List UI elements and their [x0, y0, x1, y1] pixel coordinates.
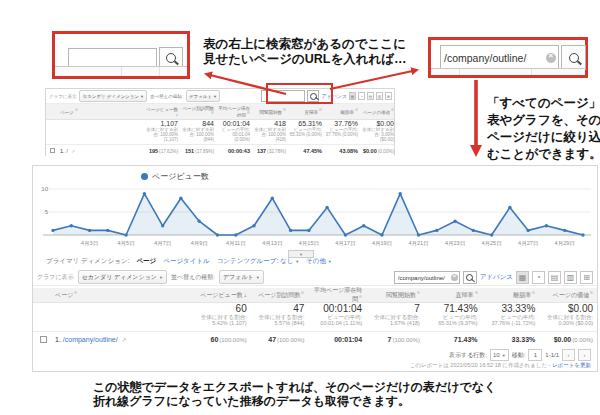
- all-pages-report-panel: グラフに表示 セカンダリ ディメンション 並べ替えの種類: デフォルト アドバン…: [45, 88, 395, 156]
- help-icon: [283, 108, 286, 111]
- column-header-exit-rate[interactable]: 離脱率: [324, 108, 360, 115]
- column-header-page[interactable]: ページ: [53, 291, 193, 300]
- total-avg-time: 00:01:04ビューの平均: 00:01:04 (1.11%): [308, 303, 366, 331]
- svg-text:4月21日: 4月21日: [408, 240, 428, 247]
- sort-type-button[interactable]: デフォルト: [186, 90, 220, 102]
- svg-text:4月13日: 4月13日: [262, 240, 282, 247]
- previous-page-button[interactable]: [562, 349, 575, 361]
- cell-avg-time: 00:00:43: [216, 148, 252, 154]
- main-table-header: ページ ページビュー数 ページ別訪問数 平均ページ滞在時間 閲覧開始数 直帰率 …: [33, 288, 597, 303]
- goto-page-input[interactable]: 1: [528, 349, 542, 361]
- column-header-entrances[interactable]: 閲覧開始数: [366, 291, 424, 300]
- rows-per-page-select[interactable]: 10: [490, 349, 509, 361]
- column-header-page[interactable]: ページ: [58, 108, 144, 115]
- performance-view-icon[interactable]: [367, 92, 374, 100]
- cell-entrances: 137(32.78%): [252, 148, 288, 154]
- main-table-search-button[interactable]: [463, 271, 477, 284]
- column-header-bounce-rate[interactable]: 直帰率: [288, 108, 324, 115]
- help-icon: [417, 291, 420, 294]
- percentage-view-icon[interactable]: [358, 92, 365, 100]
- tab-page[interactable]: ページ: [136, 257, 156, 266]
- legend-label: ページビュー数: [152, 171, 209, 182]
- tab-page-title[interactable]: ページタイトル: [163, 257, 209, 266]
- page-link[interactable]: /company/outline/: [63, 336, 118, 343]
- small-toolbar: グラフに表示 セカンダリ ディメンション 並べ替えの種類: デフォルト アドバン…: [46, 89, 394, 104]
- percentage-view-icon[interactable]: [532, 271, 545, 284]
- tab-other[interactable]: その他: [306, 257, 332, 266]
- main-table-totals-row: 60全体に対する割合: 5.42% (1,107) 47全体に対する割合: 5.…: [33, 303, 597, 331]
- column-header-entrances[interactable]: 閲覧開始数: [252, 108, 288, 115]
- refresh-report-link[interactable]: レポートを更新: [552, 362, 591, 368]
- sort-type-button[interactable]: デフォルト: [219, 270, 264, 284]
- column-header-unique-pageviews[interactable]: ページ別訪問数: [251, 291, 309, 300]
- chevron-down-icon: [328, 257, 332, 264]
- table-edge-decoration: [55, 66, 187, 76]
- chevron-down-icon: [256, 274, 260, 280]
- total-bounce-rate: 71.43%ビューの平均: 65.31% (9.37%): [424, 303, 482, 331]
- pageviews-chart[interactable]: 5104月3日4月5日4月7日4月9日4月11日4月13日4月15日4月17日4…: [37, 183, 595, 251]
- table-view-icon[interactable]: [516, 271, 529, 284]
- annotation-top-line1: 表の右上に検索窓があるのでここに: [203, 37, 407, 52]
- main-table-search-input[interactable]: [394, 271, 460, 284]
- cell-pageviews: 60(100.00%): [193, 336, 251, 343]
- pivot-view-icon[interactable]: [385, 92, 392, 100]
- performance-view-icon[interactable]: [548, 271, 561, 284]
- pagination-bar: 表示する行数: 10 移動: 1 1-1/1: [449, 349, 591, 361]
- annotation-top: 表の右上に検索窓があるのでここに 見せたいページのURLを入れれば…: [203, 37, 407, 66]
- chevron-down-icon: [213, 94, 217, 99]
- column-header-pageviews[interactable]: ページビュー数: [144, 107, 180, 117]
- clear-icon[interactable]: [546, 53, 556, 63]
- column-header-page-value[interactable]: ページの価値: [539, 291, 597, 300]
- cell-page-value: $0.00(0.00%): [539, 336, 597, 343]
- total-entrances: 418全体に対する割合: 100.00% (418): [252, 120, 288, 144]
- svg-text:4月11日: 4月11日: [226, 240, 246, 247]
- clear-icon[interactable]: [451, 274, 458, 281]
- tutorial-page: 表の右上に検索窓があるのでここに 見せたいページのURLを入れれば…: [0, 0, 600, 415]
- table-view-icon[interactable]: [349, 92, 356, 100]
- column-header-unique-pageviews[interactable]: ページ別訪問数: [180, 106, 216, 118]
- svg-text:4月15日: 4月15日: [299, 240, 319, 247]
- report-created-line: このレポートは 2021/05/20 16:52:18 に作成されました - レ…: [410, 362, 591, 369]
- search-icon: [466, 274, 473, 281]
- total-avg-time: 00:01:04ビューの平均: 00:01:04 (0.00%): [216, 120, 252, 144]
- help-icon: [355, 108, 358, 111]
- svg-text:4月19日: 4月19日: [372, 240, 392, 247]
- total-unique-pageviews: 47全体に対する割合: 5.57% (844): [251, 303, 309, 331]
- cell-unique-pageviews: 47(100.00%): [251, 336, 309, 343]
- tab-content-group[interactable]: コンテンツグループ: なし: [217, 257, 299, 266]
- column-header-exit-rate[interactable]: 離脱率: [482, 291, 540, 300]
- sort-descending-icon: [243, 292, 247, 298]
- help-icon: [247, 111, 250, 114]
- page-link[interactable]: /: [66, 148, 68, 154]
- external-link-icon[interactable]: [69, 148, 75, 154]
- svg-text:4月29日: 4月29日: [555, 240, 575, 247]
- help-icon: [75, 108, 78, 111]
- comparison-view-icon[interactable]: [376, 92, 383, 100]
- callout-search-button[interactable]: [561, 45, 586, 70]
- table-edge-decoration: [431, 68, 585, 75]
- cell-unique-pageviews: 151(17.89%): [180, 148, 216, 154]
- comparison-view-icon[interactable]: [564, 271, 577, 284]
- chevron-down-icon: [295, 257, 299, 264]
- column-header-avg-time[interactable]: 平均ページ滞在時間: [308, 286, 366, 304]
- next-page-button[interactable]: [578, 349, 591, 361]
- cell-avg-time: 00:01:04: [308, 336, 366, 343]
- column-header-bounce-rate[interactable]: 直帰率: [424, 291, 482, 300]
- row-checkbox[interactable]: [40, 336, 47, 343]
- pivot-view-icon[interactable]: [580, 271, 593, 284]
- secondary-dimension-button[interactable]: セカンダリ ディメンション: [78, 270, 167, 284]
- total-entrances: 7全体に対する割合: 1.67% (418): [366, 303, 424, 331]
- table-row: 1. / 195(17.62%) 151(17.89%) 00:00:43 13…: [46, 144, 394, 157]
- row-checkbox[interactable]: [50, 148, 55, 153]
- advanced-link[interactable]: アドバンス: [480, 273, 513, 282]
- column-header-pageviews[interactable]: ページビュー数: [193, 291, 251, 300]
- cell-bounce-rate: 47.45%: [288, 148, 324, 154]
- column-header-avg-time[interactable]: 平均ページ滞在時間: [216, 106, 252, 118]
- cell-page-value: $0.00(0.00%): [360, 148, 396, 154]
- column-header-page-value[interactable]: ページの価値: [360, 108, 396, 115]
- table-row: 1. /company/outline/ 60(100.00%) 47(100.…: [33, 331, 597, 347]
- cell-bounce-rate: 71.43%: [424, 336, 482, 343]
- secondary-dimension-button[interactable]: セカンダリ ディメンション: [79, 90, 147, 102]
- callout-filled-search-input[interactable]: [440, 45, 559, 70]
- external-link-icon[interactable]: [120, 336, 127, 343]
